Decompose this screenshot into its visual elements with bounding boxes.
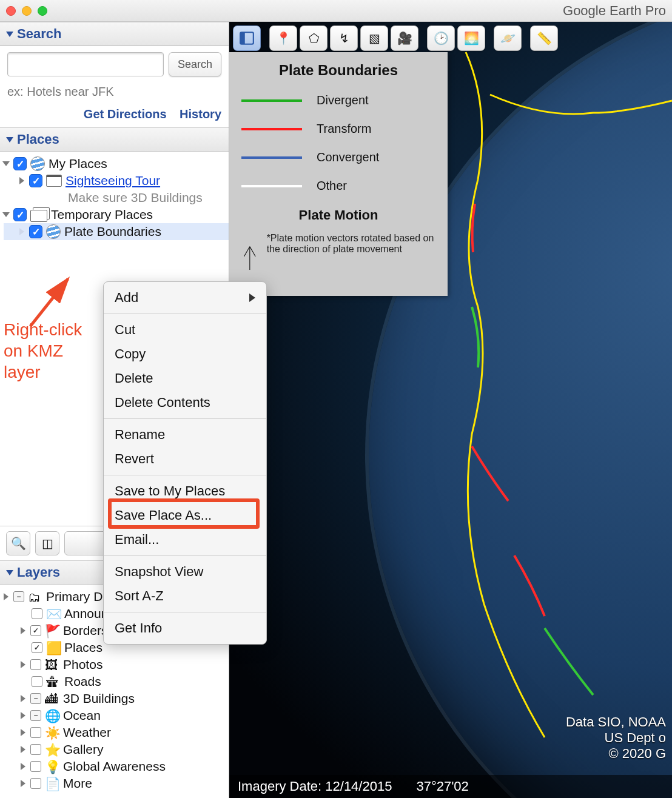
record-tour-button[interactable]: 🎥 — [391, 25, 418, 51]
legend-line-convergent — [241, 156, 302, 159]
get-directions-link[interactable]: Get Directions — [84, 107, 167, 121]
menu-separator — [104, 612, 266, 612]
checkbox[interactable] — [30, 693, 41, 704]
menu-add[interactable]: Add — [104, 286, 266, 310]
toggle-sidebar-button[interactable] — [233, 25, 261, 51]
find-place-button[interactable]: 🔍 — [6, 531, 30, 555]
checkbox[interactable] — [30, 625, 41, 636]
places-item-my-places[interactable]: My Places — [4, 155, 229, 172]
my-places-label: My Places — [49, 156, 107, 171]
places-panel-header[interactable]: Places — [0, 127, 229, 152]
search-panel-header[interactable]: Search — [0, 22, 229, 46]
disclosure-icon[interactable] — [21, 729, 25, 736]
minimize-window-button[interactable] — [22, 6, 32, 16]
imagery-date: Imagery Date: 12/14/2015 — [238, 779, 392, 794]
layer-item[interactable]: ☀️Weather — [4, 724, 229, 741]
disclosure-icon[interactable] — [21, 627, 25, 634]
planets-button[interactable]: 🪐 — [494, 25, 522, 51]
layer-item[interactable]: ⭐Gallery — [4, 741, 229, 758]
disclosure-icon[interactable] — [2, 161, 10, 166]
add-overlay-button[interactable]: ▧ — [360, 25, 388, 51]
overlay-icon: ▧ — [369, 31, 380, 45]
disclosure-icon[interactable] — [19, 228, 24, 235]
collapse-icon — [6, 137, 13, 142]
path-icon: ↯ — [339, 31, 349, 45]
menu-get-info[interactable]: Get Info — [104, 616, 266, 640]
bulb-icon: 💡 — [45, 760, 59, 773]
layer-item[interactable]: 📄More — [4, 775, 229, 792]
disclosure-icon[interactable] — [21, 712, 25, 719]
collapse-icon — [6, 32, 13, 37]
checkbox[interactable] — [30, 727, 41, 738]
checkbox[interactable] — [32, 676, 42, 687]
search-button[interactable]: Search — [169, 52, 221, 76]
historical-imagery-button[interactable]: 🕑 — [427, 25, 455, 51]
menu-email[interactable]: Email... — [104, 528, 266, 552]
checkbox[interactable] — [13, 208, 27, 221]
sightseeing-link[interactable]: Sightseeing Tour — [66, 173, 160, 188]
menu-copy[interactable]: Copy — [104, 342, 266, 366]
camera-icon: 🎥 — [397, 31, 412, 45]
layer-item[interactable]: 🖼Photos — [4, 656, 229, 673]
legend-note: *Plate motion vectors rotated based on t… — [267, 233, 435, 255]
checkbox[interactable] — [30, 761, 41, 772]
status-bar: Imagery Date: 12/14/2015 37°27'02 — [229, 775, 672, 798]
history-link[interactable]: History — [180, 107, 221, 121]
disclosure-icon[interactable] — [21, 661, 25, 668]
disclosure-icon[interactable] — [21, 780, 25, 787]
menu-delete-contents[interactable]: Delete Contents — [104, 391, 266, 415]
close-window-button[interactable] — [6, 6, 16, 16]
layer-item[interactable]: 🌐Ocean — [4, 707, 229, 724]
checkbox[interactable] — [32, 608, 42, 619]
tour-button[interactable]: ◫ — [35, 531, 59, 555]
add-placemark-button[interactable]: 📍 — [269, 25, 297, 51]
attribution-line3: © 2020 G — [566, 746, 666, 762]
add-polygon-button[interactable]: ⬠ — [300, 25, 328, 51]
ruler-button[interactable]: 📏 — [530, 25, 558, 51]
checkbox[interactable] — [29, 174, 42, 187]
layer-item[interactable]: 💡Global Awareness — [4, 758, 229, 775]
app-title: Google Earth Pro — [563, 3, 666, 19]
menu-save-place-as-label: Save Place As... — [115, 508, 212, 523]
menu-save-place-as[interactable]: Save Place As... — [104, 503, 266, 528]
submenu-arrow-icon — [249, 293, 255, 302]
viewport[interactable]: 📍 ⬠ ↯ ▧ 🎥 🕑 🌅 🪐 📏 Plate Boundaries Diver… — [229, 22, 672, 798]
menu-email-label: Email... — [115, 532, 159, 548]
checkbox[interactable] — [13, 591, 24, 602]
legend-line-transform — [241, 128, 302, 130]
menu-cut[interactable]: Cut — [104, 318, 266, 342]
menu-revert[interactable]: Revert — [104, 447, 266, 471]
attribution: Data SIO, NOAA US Dept o © 2020 G — [566, 714, 666, 762]
disclosure-icon — [21, 679, 27, 685]
search-input[interactable] — [7, 52, 164, 76]
sunlight-button[interactable]: 🌅 — [457, 25, 485, 51]
checkbox[interactable] — [30, 710, 41, 721]
checkbox[interactable] — [30, 778, 41, 789]
fullscreen-window-button[interactable] — [38, 6, 47, 16]
disclosure-icon[interactable] — [2, 212, 10, 217]
menu-sort[interactable]: Sort A-Z — [104, 584, 266, 608]
places-item-temporary[interactable]: Temporary Places — [4, 206, 229, 223]
checkbox[interactable] — [13, 157, 27, 170]
menu-delete[interactable]: Delete — [104, 366, 266, 391]
layer-item[interactable]: 🏙3D Buildings — [4, 690, 229, 707]
places-item-sightseeing[interactable]: Sightseeing Tour — [4, 172, 229, 189]
checkbox[interactable] — [30, 744, 41, 755]
checkbox[interactable] — [32, 642, 42, 653]
checkbox[interactable] — [30, 659, 41, 670]
disclosure-icon[interactable] — [4, 593, 8, 600]
add-path-button[interactable]: ↯ — [330, 25, 358, 51]
menu-rename[interactable]: Rename — [104, 423, 266, 447]
menu-snapshot-view[interactable]: Snapshot View — [104, 560, 266, 584]
flag-icon: 🚩 — [45, 624, 59, 637]
disclosure-icon[interactable] — [21, 695, 25, 702]
checkbox[interactable] — [29, 225, 42, 238]
3d-icon: 🏙 — [45, 692, 59, 705]
disclosure-icon[interactable] — [21, 746, 25, 753]
disclosure-icon[interactable] — [19, 177, 24, 184]
menu-save-to-my-places[interactable]: Save to My Places — [104, 479, 266, 503]
layers-header-label: Layers — [17, 565, 60, 580]
layer-item[interactable]: 🛣Roads — [4, 673, 229, 690]
places-item-plate-boundaries[interactable]: Plate Boundaries — [4, 223, 229, 240]
disclosure-icon[interactable] — [21, 763, 25, 770]
